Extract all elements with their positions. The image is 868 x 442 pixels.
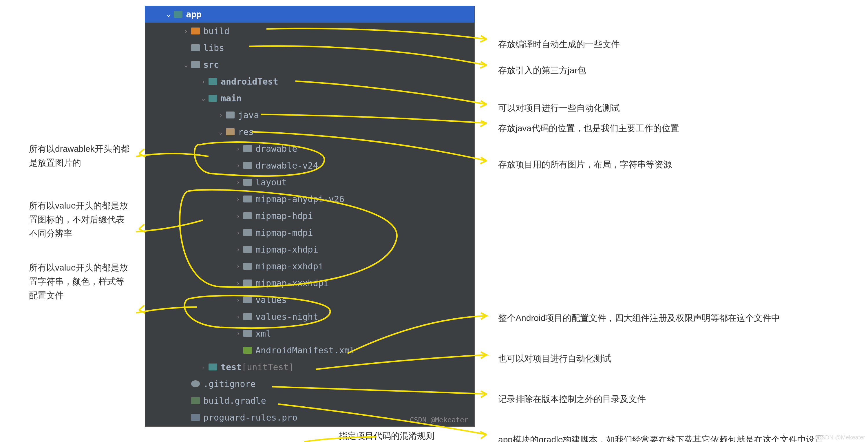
tree-item-manifest[interactable]: AndroidManifest.xml (145, 342, 474, 358)
tree-label: AndroidManifest.xml (255, 345, 355, 355)
folder-icon (243, 179, 252, 186)
tree-label: mipmap-xhdpi (255, 245, 318, 255)
folder-icon (191, 61, 200, 68)
note-test: 也可以对项目进行自动化测试 (498, 352, 611, 365)
chevron-right-icon: › (235, 212, 242, 220)
git-file-icon (191, 380, 200, 387)
tree-item-mipmap-xxhdpi[interactable]: › mipmap-xxhdpi (145, 258, 474, 275)
chevron-right-icon: › (235, 229, 242, 236)
tree-label: src (203, 60, 219, 70)
tree-label: java (238, 110, 259, 120)
tree-label: .gitignore (203, 379, 256, 389)
note-build: 存放编译时自动生成的一些文件 (498, 38, 620, 51)
note-gradle: app模块的gradle构建脚本，如我们经常要在线下载其它依赖包就是在这个文件中… (498, 433, 831, 442)
folder-icon (243, 280, 252, 286)
tree-item-mipmap-xhdpi[interactable]: › mipmap-xhdpi (145, 241, 474, 258)
tree-item-gitignore[interactable]: .gitignore (145, 375, 474, 392)
note-gitignore: 记录排除在版本控制之外的目录及文件 (498, 392, 646, 406)
chevron-right-icon: › (235, 246, 242, 253)
folder-icon (243, 145, 252, 152)
tree-label: mipmap-hdpi (255, 211, 313, 221)
tree-item-mipmap-anydpi[interactable]: › mipmap-anydpi-v26 (145, 191, 474, 208)
chevron-right-icon: › (235, 195, 242, 203)
tree-item-layout[interactable]: › layout (145, 174, 474, 191)
tree-label: drawable (255, 144, 298, 154)
tree-item-proguard[interactable]: proguard-rules.pro CSDN @Mekeater (145, 409, 474, 426)
tree-label: mipmap-xxhdpi (255, 261, 323, 272)
tree-item-src[interactable]: ⌄ src (145, 56, 474, 73)
chevron-down-icon: ⌄ (200, 95, 207, 102)
folder-icon (243, 313, 252, 320)
tree-label: drawable-v24 (255, 160, 318, 170)
tree-label: main (221, 93, 242, 103)
note-res: 存放项目用的所有图片，布局，字符串等资源 (498, 158, 672, 171)
tree-label: androidTest (221, 76, 278, 87)
tree-item-build[interactable]: › build (145, 23, 474, 39)
note-drawable: 所有以drawablek开头的都是放置图片的 (29, 142, 130, 170)
note-proguard-visible: 指定项目代码的混淆规则 (339, 430, 434, 442)
chevron-right-icon: › (200, 78, 207, 85)
tree-label: mipmap-mdpi (255, 228, 313, 238)
chevron-down-icon: ⌄ (165, 11, 172, 18)
folder-icon (243, 263, 252, 270)
tree-item-androidtest[interactable]: › androidTest (145, 73, 474, 90)
folder-icon (243, 162, 252, 169)
tree-item-values[interactable]: › values (145, 291, 474, 308)
folder-icon (226, 128, 235, 135)
tree-label: mipmap-xxxhdpi (255, 278, 329, 288)
note-values: 所有以value开头的都是放置字符串，颜色，样式等配置文件 (29, 261, 130, 303)
tree-item-drawable-v24[interactable]: › drawable-v24 (145, 157, 474, 174)
tree-item-app[interactable]: ⌄ app (145, 6, 474, 23)
tree-label: res (238, 127, 254, 137)
chevron-right-icon: › (183, 28, 189, 35)
file-icon (191, 414, 200, 421)
folder-icon (209, 364, 217, 371)
folder-icon (243, 229, 252, 236)
tree-label: app (186, 9, 202, 20)
module-folder-icon (174, 11, 183, 18)
tree-label: libs (203, 43, 224, 53)
tree-item-java[interactable]: › java (145, 106, 474, 123)
tree-item-libs[interactable]: libs (145, 39, 474, 56)
chevron-right-icon: › (235, 330, 242, 337)
tree-item-res[interactable]: ⌄ res (145, 123, 474, 140)
tree-label: mipmap-anydpi-v26 (255, 194, 344, 204)
tree-item-xml[interactable]: › xml (145, 325, 474, 342)
tree-label: values-night (255, 312, 318, 322)
gradle-file-icon (191, 397, 200, 404)
folder-icon (243, 195, 252, 202)
folder-icon (226, 112, 235, 119)
chevron-right-icon: › (235, 179, 242, 186)
note-manifest: 整个Android项目的配置文件，四大组件注册及权限声明等都在这个文件中 (498, 311, 780, 324)
tree-item-mipmap-xxxhdpi[interactable]: › mipmap-xxxhdpi (145, 275, 474, 291)
folder-icon (243, 212, 252, 219)
tree-label: proguard-rules.pro (203, 412, 298, 422)
chevron-right-icon: › (235, 145, 242, 152)
chevron-down-icon: ⌄ (183, 61, 189, 68)
tree-label: xml (255, 328, 271, 339)
tree-item-test[interactable]: › test [unitTest] (145, 358, 474, 375)
folder-icon (243, 246, 252, 253)
tree-item-mipmap-hdpi[interactable]: › mipmap-hdpi (145, 208, 474, 224)
folder-icon (243, 330, 252, 337)
page-watermark: CSDN @Mekeater (817, 434, 865, 441)
chevron-right-icon: › (235, 313, 242, 320)
tree-item-mipmap-mdpi[interactable]: › mipmap-mdpi (145, 224, 474, 241)
folder-icon (209, 78, 217, 85)
folder-icon (191, 44, 200, 51)
tree-label: values (255, 295, 287, 305)
note-java: 存放java代码的位置，也是我们主要工作的位置 (498, 122, 679, 135)
tree-item-build-gradle[interactable]: build.gradle (145, 392, 474, 409)
tree-label-suffix: [unitTest] (242, 362, 294, 372)
xml-file-icon (243, 347, 252, 354)
chevron-down-icon: ⌄ (217, 128, 224, 135)
tree-item-drawable[interactable]: › drawable (145, 140, 474, 157)
tree-item-values-night[interactable]: › values-night (145, 308, 474, 325)
tree-item-main[interactable]: ⌄ main (145, 90, 474, 106)
tree-label: build (203, 26, 229, 36)
note-androidtest: 可以对项目进行一些自动化测试 (498, 101, 620, 115)
folder-icon (209, 95, 217, 102)
note-libs: 存放引入的第三方jar包 (498, 64, 586, 77)
chevron-right-icon: › (217, 112, 224, 119)
chevron-right-icon: › (200, 364, 207, 371)
